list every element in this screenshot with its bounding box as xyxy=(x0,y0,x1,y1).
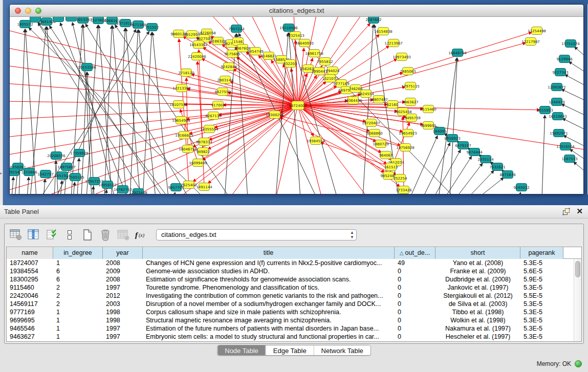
graph-node[interactable]: 20364436 xyxy=(344,97,362,104)
table-scrollbar-thumb[interactable] xyxy=(575,261,580,277)
graph-node[interactable]: 161513 xyxy=(384,163,398,171)
graph-node[interactable]: 22420046 xyxy=(188,53,206,60)
graph-node[interactable]: 1342757 xyxy=(37,170,53,178)
close-panel-icon[interactable]: ✕ xyxy=(576,207,583,215)
graph-node[interactable]: 1733426 xyxy=(396,186,412,194)
graph-node[interactable]: 9699695 xyxy=(420,122,436,129)
table-row[interactable]: 2242004622012Investigating the contribut… xyxy=(7,292,574,300)
network-canvas[interactable]: 1872400798601238912954182260589827509165… xyxy=(10,17,583,194)
column-header-year[interactable]: year xyxy=(103,247,143,259)
graph-node[interactable]: 751552 xyxy=(145,24,159,31)
graph-node[interactable]: 12213967 xyxy=(384,39,403,47)
column-header-in_degree[interactable]: in_degree xyxy=(53,247,103,259)
graph-node[interactable]: 17975115 xyxy=(401,82,420,90)
column-header-short[interactable]: short xyxy=(435,247,520,259)
tab-edge-table[interactable]: Edge Table xyxy=(266,345,314,355)
memory-status[interactable]: Memory: OK xyxy=(537,360,582,367)
graph-node[interactable]: 984067 xyxy=(379,151,393,159)
table-row[interactable]: 1872400712008Changes of HCN gene express… xyxy=(7,259,574,267)
graph-node[interactable]: 18107554 xyxy=(169,101,188,108)
graph-node[interactable]: 2718120 xyxy=(178,69,194,77)
column-header-name[interactable]: name xyxy=(7,247,53,259)
graph-node[interactable]: 794024 xyxy=(326,67,340,75)
tab-node-table[interactable]: Node Table xyxy=(217,345,266,355)
graph-node[interactable]: 9227343 xyxy=(552,69,568,76)
graph-node[interactable]: 12325413 xyxy=(286,32,304,39)
table-row[interactable]: 1456911722003Disruption of a novel membe… xyxy=(7,300,574,308)
graph-node[interactable]: 20206576 xyxy=(47,152,66,160)
graph-node[interactable]: 19166825 xyxy=(175,132,193,139)
graph-node[interactable]: 9115460 xyxy=(420,105,436,113)
graph-node[interactable]: 8878334 xyxy=(196,138,212,146)
graph-node[interactable]: 164095 xyxy=(433,127,447,135)
window-titlebar[interactable]: citations_edges.txt xyxy=(10,5,583,17)
graph-node[interactable]: 252254 xyxy=(394,174,407,182)
graph-node[interactable] xyxy=(30,17,41,23)
graph-node[interactable]: 8215953 xyxy=(537,106,553,114)
graph-node[interactable]: 16648794 xyxy=(448,49,467,57)
table-row[interactable]: 1938455462009Genome-wide association stu… xyxy=(7,267,574,275)
graph-node[interactable]: 417004 xyxy=(211,101,225,109)
table-scrollbar[interactable] xyxy=(574,259,581,341)
graph-node[interactable]: 10973493 xyxy=(393,53,411,61)
graph-node[interactable]: 19218596 xyxy=(279,24,298,32)
graph-node[interactable]: 14355554 xyxy=(200,125,219,133)
new-file-icon[interactable] xyxy=(80,228,95,242)
float-panel-icon[interactable] xyxy=(562,208,570,215)
table-row[interactable]: 969969511998Structural magnetic resonanc… xyxy=(7,316,574,324)
graph-node[interactable]: 16210643 xyxy=(549,113,567,120)
rows-icon[interactable] xyxy=(62,228,77,242)
graph-node[interactable]: 11254498 xyxy=(528,27,546,35)
graph-node[interactable]: 17359928 xyxy=(70,149,89,157)
graph-node[interactable]: 8267130 xyxy=(205,112,221,120)
table-row[interactable]: 946554611997Estimation of the future num… xyxy=(7,324,574,333)
graph-node[interactable]: 9129946 xyxy=(556,55,573,63)
graph-node[interactable]: 1167533 xyxy=(561,155,577,163)
graph-node[interactable]: 62160 xyxy=(387,101,398,108)
function-builder-icon[interactable]: f (x) xyxy=(134,228,148,242)
column-header-title[interactable]: title xyxy=(143,247,395,259)
minimize-light[interactable] xyxy=(25,8,31,14)
table-row[interactable]: 1830029562008Estimation of significance … xyxy=(7,275,574,283)
column-header-pagerank[interactable]: pagerank xyxy=(520,247,563,259)
graph-node[interactable]: 2803144 xyxy=(217,76,233,84)
trash-icon[interactable] xyxy=(98,228,113,242)
zoom-light[interactable] xyxy=(35,8,41,14)
graph-node[interactable]: 2935114 xyxy=(477,156,494,163)
graph-node[interactable]: 15892971 xyxy=(550,129,568,137)
checklist-icon[interactable] xyxy=(45,228,59,242)
graph-node[interactable]: 15751074 xyxy=(561,40,580,48)
tab-network-table[interactable]: Network Table xyxy=(314,345,371,355)
table-mode-icon[interactable] xyxy=(9,228,23,242)
graph-node[interactable]: 12213383 xyxy=(172,84,191,92)
graph-node[interactable]: 1491144 xyxy=(196,183,212,191)
graph-node[interactable]: 7957224 xyxy=(228,25,245,33)
graph-node[interactable]: 7632621 xyxy=(489,163,505,171)
graph-node[interactable]: 9474444 xyxy=(466,148,483,156)
close-light[interactable] xyxy=(15,8,21,14)
network-view-window[interactable]: citations_edges.txt 18724007986012389129… xyxy=(9,4,584,194)
graph-node[interactable]: 8471676 xyxy=(499,171,516,179)
graph-node[interactable]: 9245012 xyxy=(513,184,529,191)
column-header-out_de[interactable]: △out_de... xyxy=(395,247,435,259)
column-visibility-icon[interactable] xyxy=(27,228,41,242)
table-selector-dropdown[interactable]: citations_edges.txt ▲▼ xyxy=(156,229,357,240)
graph-node[interactable]: 1068860 xyxy=(366,129,382,137)
graph-node[interactable]: 12217987 xyxy=(521,38,540,46)
graph-node[interactable]: 16154838 xyxy=(374,28,393,35)
graph-node[interactable]: 9463627 xyxy=(402,98,418,106)
table-row[interactable]: 977716911998Corpus callosum shape and si… xyxy=(7,308,574,316)
graph-node[interactable]: 20153346 xyxy=(78,63,96,71)
graph-node[interactable]: 17016504 xyxy=(556,143,575,150)
graph-node[interactable]: 16640910 xyxy=(295,39,314,47)
graph-node[interactable]: 832203 xyxy=(284,60,297,68)
graph-node[interactable]: 19654923 xyxy=(399,129,417,137)
graph-node[interactable]: 949822 xyxy=(197,148,210,156)
graph-node[interactable]: 3824554 xyxy=(358,90,374,98)
graph-node[interactable]: 12093872 xyxy=(548,83,566,91)
table-row[interactable]: 946362711997Embryonic stem cells: a mode… xyxy=(7,333,574,341)
graph-node[interactable]: 39154 xyxy=(10,168,20,176)
graph-node[interactable] xyxy=(66,17,77,21)
graph-node[interactable] xyxy=(53,17,64,22)
graph-node[interactable]: 6479197 xyxy=(455,142,471,149)
